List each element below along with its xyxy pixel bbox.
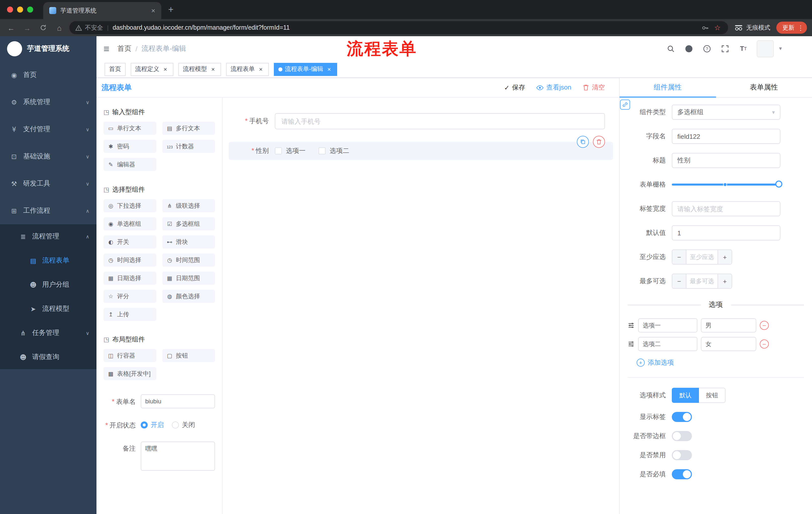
drag-handle-icon[interactable]	[628, 322, 635, 329]
form-name-input[interactable]	[141, 394, 215, 408]
bookmark-star-icon[interactable]: ☆	[714, 24, 721, 32]
palette-component[interactable]: 单行文本	[104, 122, 156, 135]
label-width-input[interactable]	[672, 201, 780, 216]
font-size-icon[interactable]: TT	[739, 44, 748, 53]
security-label[interactable]: 不安全	[85, 23, 103, 32]
sidebar-item[interactable]: 支付管理	[0, 116, 96, 143]
forward-button[interactable]: →	[21, 22, 33, 34]
gender-field-row[interactable]: *性别 选项一 选项二	[229, 142, 613, 160]
palette-component[interactable]: 编辑器	[104, 158, 156, 171]
palette-component[interactable]: 按钮	[162, 349, 215, 362]
avatar[interactable]	[757, 40, 774, 57]
palette-component[interactable]: 单选框组	[104, 217, 156, 231]
remark-textarea[interactable]: 嘿嘿	[141, 441, 215, 471]
window-zoom-button[interactable]	[27, 6, 33, 12]
address-bar[interactable]: 不安全 | dashboard.yudao.iocoder.cn/bpm/man…	[69, 21, 728, 34]
palette-component[interactable]: 日期选择	[104, 272, 156, 285]
component-type-select[interactable]: 多选框组 ▾	[672, 105, 780, 120]
tag-close-icon[interactable]: ×	[162, 65, 169, 73]
drag-handle-icon[interactable]	[628, 341, 635, 348]
palette-component[interactable]: 级联选择	[162, 199, 215, 212]
tag-view-item[interactable]: 流程定义 ×	[130, 63, 173, 76]
password-key-icon[interactable]	[702, 24, 709, 31]
checkbox-option-2[interactable]: 选项二	[319, 146, 349, 155]
checkbox-icon[interactable]	[275, 147, 282, 154]
palette-component[interactable]: 多行文本	[162, 122, 215, 135]
palette-component[interactable]: 计数器	[162, 140, 215, 153]
field-name-input[interactable]	[672, 129, 780, 144]
grid-slider[interactable]	[672, 177, 780, 192]
tag-view-item[interactable]: 流程模型 ×	[178, 63, 221, 76]
palette-component[interactable]: 表格[开发中]	[104, 367, 156, 380]
palette-component[interactable]: 多选框组	[162, 217, 215, 231]
slider-handle[interactable]	[775, 181, 782, 188]
sidebar-item[interactable]: 流程表单	[0, 248, 96, 273]
radio-disabled[interactable]: 关闭	[172, 421, 195, 430]
tag-close-icon[interactable]: ×	[326, 65, 332, 73]
palette-component[interactable]: 密码	[104, 140, 156, 153]
option-label-input[interactable]	[638, 337, 697, 351]
min-select-input[interactable]	[686, 250, 718, 264]
checkbox-option-1[interactable]: 选项一	[275, 146, 306, 155]
fullscreen-icon[interactable]	[721, 44, 730, 53]
toggle-switch[interactable]	[672, 450, 692, 460]
search-icon[interactable]	[667, 44, 675, 53]
link-corner-button[interactable]	[620, 100, 630, 110]
increase-button[interactable]: +	[718, 274, 732, 288]
tag-view-item[interactable]: 流程表单 ×	[226, 63, 269, 76]
title-input[interactable]	[672, 153, 780, 168]
save-button[interactable]: ✓ 保存	[504, 83, 525, 92]
decrease-button[interactable]: −	[672, 274, 686, 288]
palette-component[interactable]: 日期范围	[162, 272, 215, 285]
toggle-switch[interactable]	[672, 469, 692, 479]
tab-form-props[interactable]: 表单属性	[716, 78, 812, 97]
url-text[interactable]: dashboard.yudao.iocoder.cn/bpm/manager/f…	[113, 24, 699, 31]
avatar-caret-icon[interactable]: ▾	[779, 45, 782, 52]
palette-component[interactable]: 滑块	[162, 235, 215, 248]
default-value-input[interactable]	[672, 225, 780, 240]
sidebar-item[interactable]: 任务管理	[0, 321, 96, 345]
home-button[interactable]: ⌂	[53, 22, 65, 34]
sidebar-item[interactable]: 请假查询	[0, 345, 96, 369]
delete-field-button[interactable]	[593, 136, 605, 148]
max-select-input[interactable]	[686, 274, 718, 288]
option-value-input[interactable]	[701, 318, 756, 332]
new-tab-button[interactable]: +	[164, 3, 177, 16]
sidebar-toggle-icon[interactable]: ≡	[104, 44, 109, 54]
window-minimize-button[interactable]	[17, 6, 23, 12]
option-style-default-button[interactable]: 默认	[672, 388, 699, 403]
palette-component[interactable]: 上传	[104, 308, 156, 321]
reload-button[interactable]	[37, 22, 49, 34]
browser-tab[interactable]: 芋道管理系统 ×	[43, 2, 161, 19]
remove-option-icon[interactable]: −	[760, 321, 769, 330]
palette-component[interactable]: 时间选择	[104, 253, 156, 267]
palette-component[interactable]: 行容器	[104, 349, 156, 362]
palette-component[interactable]: 下拉选择	[104, 199, 156, 212]
sidebar-item[interactable]: 工作流程	[0, 197, 96, 224]
remove-option-icon[interactable]: −	[760, 340, 769, 349]
tag-view-item[interactable]: 流程表单-编辑 ×	[274, 63, 337, 76]
palette-component[interactable]: 开关	[104, 235, 156, 248]
sidebar-item[interactable]: 用户分组	[0, 273, 96, 297]
option-value-input[interactable]	[701, 337, 756, 351]
sidebar-item[interactable]: 系统管理	[0, 88, 96, 116]
option-style-button-button[interactable]: 按钮	[699, 388, 726, 403]
decrease-button[interactable]: −	[672, 250, 686, 264]
increase-button[interactable]: +	[718, 250, 732, 264]
palette-component[interactable]: 评分	[104, 290, 156, 303]
view-json-button[interactable]: 查看json	[536, 83, 571, 92]
toggle-switch[interactable]	[672, 431, 692, 441]
clear-button[interactable]: 清空	[582, 83, 605, 92]
sidebar-item[interactable]: 基础设施	[0, 143, 96, 170]
tag-close-icon[interactable]: ×	[209, 65, 216, 73]
radio-enabled[interactable]: 开启	[141, 421, 164, 430]
tag-close-icon[interactable]: ×	[257, 65, 264, 73]
browser-menu-dots-icon[interactable]: ⋮	[798, 24, 804, 31]
breadcrumb-home[interactable]: 首页	[117, 44, 132, 53]
phone-field-row[interactable]: *手机号	[229, 109, 613, 134]
help-icon[interactable]: ?	[703, 44, 712, 53]
palette-component[interactable]: 时间范围	[162, 253, 215, 267]
browser-update-button[interactable]: 更新 ⋮	[776, 22, 807, 34]
tab-component-props[interactable]: 组件属性	[619, 78, 716, 97]
back-button[interactable]: ←	[5, 22, 17, 34]
